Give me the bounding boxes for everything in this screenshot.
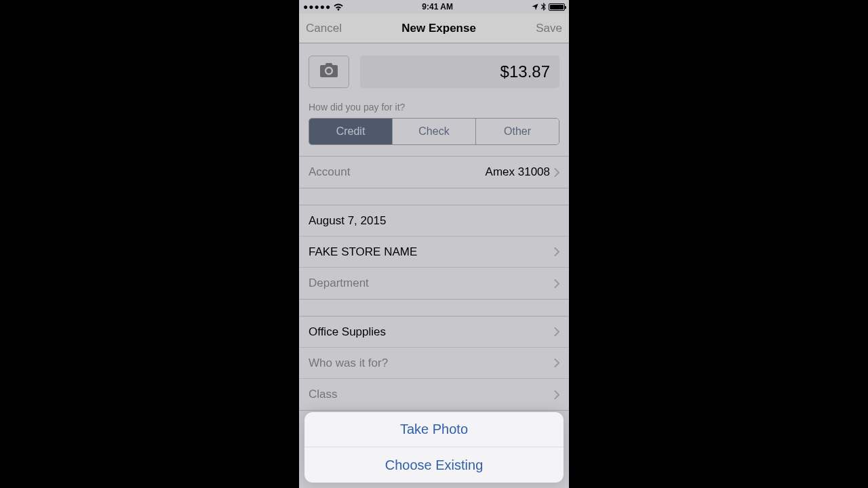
category-row[interactable]: Office Supplies [299,317,569,348]
store-value: FAKE STORE NAME [309,245,417,259]
photo-action-sheet: Take Photo Choose Existing [304,412,564,488]
who-label: Who was it for? [309,357,388,370]
save-button[interactable]: Save [536,22,562,35]
department-label: Department [309,277,369,290]
account-label: Account [309,165,350,179]
add-photo-button[interactable] [309,56,349,88]
wifi-icon [334,3,343,11]
segment-other[interactable]: Other [476,119,559,144]
battery-icon [549,3,565,11]
payment-method-label: How did you pay for it? [299,98,569,118]
chevron-right-icon [554,359,559,367]
account-value: Amex 31008 [486,165,550,179]
date-row[interactable]: August 7, 2015 [299,205,569,237]
camera-icon [319,62,339,81]
choose-existing-option[interactable]: Choose Existing [304,447,564,483]
cancel-button[interactable]: Cancel [306,22,342,35]
account-row[interactable]: Account Amex 31008 [299,157,569,188]
location-icon [532,3,538,10]
amount-value: $13.87 [500,62,550,81]
chevron-right-icon [554,279,559,288]
take-photo-option[interactable]: Take Photo [304,412,564,447]
who-row[interactable]: Who was it for? [299,348,569,379]
chevron-right-icon [554,247,559,256]
page-title: New Expense [401,22,476,35]
date-value: August 7, 2015 [309,214,386,228]
nav-bar: Cancel New Expense Save [299,14,569,43]
category-value: Office Supplies [309,325,386,339]
chevron-right-icon [554,390,559,399]
status-time: 9:41 AM [422,2,453,12]
class-label: Class [309,388,338,401]
store-row[interactable]: FAKE STORE NAME [299,237,569,268]
payment-segment: Credit Check Other [309,118,559,145]
amount-input[interactable]: $13.87 [360,56,559,88]
status-bar: ●●●●● 9:41 AM [299,0,569,14]
signal-dots: ●●●●● [303,2,331,12]
chevron-right-icon [554,327,559,336]
department-row[interactable]: Department [299,268,569,299]
class-row[interactable]: Class [299,379,569,410]
phone-frame: ●●●●● 9:41 AM Cancel New Expense Save [299,0,569,488]
segment-check[interactable]: Check [393,119,476,144]
chevron-right-icon [554,168,559,177]
bluetooth-icon [541,3,546,11]
segment-credit[interactable]: Credit [309,119,393,144]
